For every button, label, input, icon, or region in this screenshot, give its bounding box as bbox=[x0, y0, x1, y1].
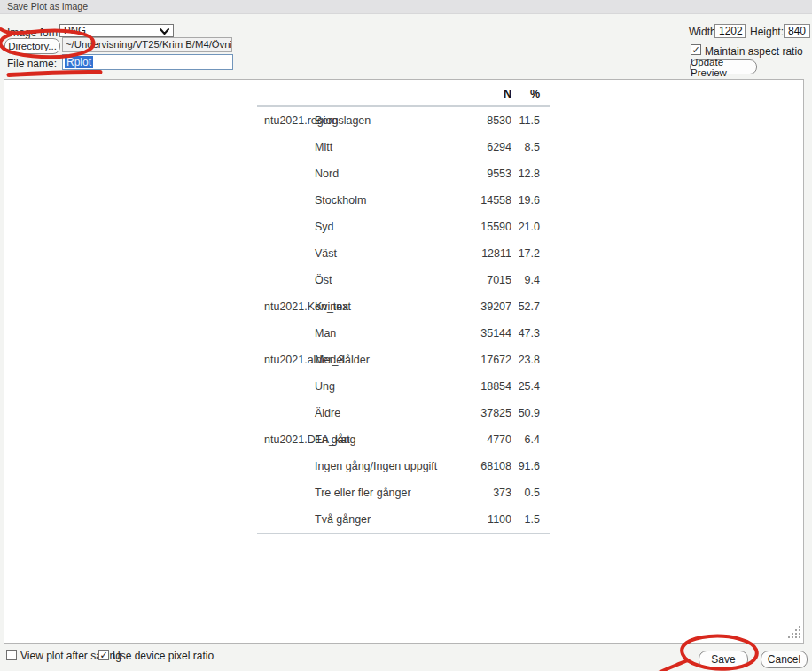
height-label: Height: bbox=[750, 26, 784, 38]
cancel-button[interactable]: Cancel bbox=[761, 651, 808, 668]
maintain-aspect-ratio-checkbox[interactable]: ✓ bbox=[691, 44, 701, 55]
cell-pct: 9.4 bbox=[511, 274, 543, 286]
table-row: Mitt 6294 8.5 bbox=[257, 134, 550, 160]
file-name-label: File name: bbox=[7, 58, 57, 70]
table-row: Väst 12811 17.2 bbox=[257, 240, 550, 267]
cell-pct: 25.4 bbox=[511, 380, 543, 393]
cell-level: Väst bbox=[315, 247, 452, 260]
directory-path-field[interactable]: ~/Undervisning/VT25/Krim B/M4/Övninga bbox=[62, 37, 232, 52]
resize-grip-icon[interactable] bbox=[788, 626, 801, 639]
cell-pct: 12.8 bbox=[511, 168, 543, 180]
cell-level: Ung bbox=[315, 380, 452, 393]
cell-n: 35144 bbox=[452, 327, 511, 339]
cell-level: Stockholm bbox=[315, 194, 452, 207]
column-header-pct: % bbox=[511, 88, 543, 100]
height-input[interactable]: 840 bbox=[784, 24, 810, 38]
use-device-pixel-ratio-label: Use device pixel ratio bbox=[113, 650, 214, 662]
cell-group: ntu2021.alder_3 bbox=[257, 354, 315, 366]
update-preview-label: Update Preview bbox=[691, 57, 756, 78]
annotation-underline-filename bbox=[9, 72, 100, 74]
image-format-value: PNG bbox=[64, 25, 86, 35]
cell-pct: 91.6 bbox=[511, 460, 543, 472]
cell-n: 18854 bbox=[452, 380, 511, 393]
cell-level: En gång bbox=[315, 433, 452, 446]
view-plot-after-saving-checkbox[interactable] bbox=[6, 650, 17, 660]
cell-n: 37825 bbox=[452, 407, 511, 419]
width-input[interactable]: 1202 bbox=[714, 24, 746, 38]
cell-n: 4770 bbox=[452, 433, 511, 446]
directory-button[interactable]: Directory... bbox=[4, 38, 60, 54]
directory-button-label: Directory... bbox=[8, 41, 57, 51]
dialog-title: Save Plot as Image bbox=[0, 0, 812, 14]
cell-level: Syd bbox=[315, 221, 452, 233]
file-name-input[interactable]: Rplot bbox=[62, 54, 233, 70]
cell-level: Kvinna bbox=[315, 300, 452, 313]
table-row: Ung 18854 25.4 bbox=[257, 373, 550, 400]
cell-n: 12811 bbox=[452, 247, 511, 260]
cell-level: Äldre bbox=[315, 407, 452, 419]
cell-level: Tre eller fler gånger bbox=[315, 487, 452, 499]
cell-n: 8530 bbox=[452, 114, 511, 127]
table-row: Nord 9553 12.8 bbox=[257, 160, 550, 187]
cell-pct: 19.6 bbox=[511, 194, 543, 207]
cell-group: ntu2021.D1A_kat bbox=[257, 433, 315, 446]
column-header-n: N bbox=[452, 88, 511, 100]
cell-pct: 8.5 bbox=[511, 141, 543, 153]
cell-pct: 52.7 bbox=[511, 300, 543, 313]
cell-level: Mitt bbox=[315, 141, 452, 153]
image-format-select[interactable]: PNG bbox=[59, 24, 174, 37]
cell-n: 17672 bbox=[452, 354, 511, 366]
cell-n: 9553 bbox=[452, 168, 511, 180]
cell-group: ntu2021.region bbox=[257, 114, 315, 127]
table-row: Två gånger 1100 1.5 bbox=[257, 506, 550, 533]
cell-pct: 11.5 bbox=[511, 114, 543, 127]
cell-pct: 23.8 bbox=[511, 354, 543, 366]
cell-n: 68108 bbox=[452, 460, 511, 472]
table-row: Man 35144 47.3 bbox=[257, 320, 550, 347]
update-preview-button[interactable]: Update Preview bbox=[690, 59, 757, 74]
save-button[interactable]: Save bbox=[699, 651, 748, 668]
cell-level: Två gånger bbox=[315, 513, 452, 526]
table-row: ntu2021.alder_3 Medelålder 17672 23.8 bbox=[257, 347, 550, 373]
summary-table-rows: ntu2021.region Bergslagen 8530 11.5 Mitt… bbox=[257, 107, 550, 534]
cell-pct: 21.0 bbox=[511, 221, 543, 233]
cell-level: Nord bbox=[315, 168, 452, 180]
cancel-button-label: Cancel bbox=[768, 653, 800, 666]
cell-pct: 6.4 bbox=[511, 433, 543, 446]
table-row: Ingen gång/Ingen uppgift 68108 91.6 bbox=[257, 453, 550, 480]
file-name-selected-text: Rplot bbox=[65, 56, 93, 68]
summary-table-header: N % bbox=[257, 82, 550, 107]
cell-group: ntu2021.Kon_text bbox=[257, 300, 315, 313]
cell-level: Man bbox=[315, 327, 452, 339]
table-row: ntu2021.D1A_kat En gång 4770 6.4 bbox=[257, 426, 550, 453]
save-plot-dialog: { "window": { "title": "Save Plot as Ima… bbox=[0, 0, 812, 671]
cell-level: Bergslagen bbox=[315, 114, 452, 127]
table-row: Syd 15590 21.0 bbox=[257, 214, 550, 240]
cell-n: 7015 bbox=[452, 274, 511, 286]
table-row: ntu2021.region Bergslagen 8530 11.5 bbox=[257, 107, 550, 134]
save-button-label: Save bbox=[711, 653, 735, 666]
cell-pct: 17.2 bbox=[511, 247, 543, 260]
table-row: Öst 7015 9.4 bbox=[257, 267, 550, 293]
cell-n: 6294 bbox=[452, 141, 511, 153]
cell-pct: 47.3 bbox=[511, 327, 543, 339]
table-row: Tre eller fler gånger 373 0.5 bbox=[257, 480, 550, 506]
cell-level: Medelålder bbox=[315, 354, 452, 366]
cell-pct: 0.5 bbox=[511, 487, 543, 499]
cell-n: 39207 bbox=[452, 300, 511, 313]
table-row: ntu2021.Kon_text Kvinna 39207 52.7 bbox=[257, 293, 550, 320]
cell-n: 373 bbox=[452, 487, 511, 499]
cell-level: Ingen gång/Ingen uppgift bbox=[315, 460, 452, 472]
cell-n: 14558 bbox=[452, 194, 511, 207]
table-row: Stockholm 14558 19.6 bbox=[257, 187, 550, 214]
cell-level: Öst bbox=[315, 274, 452, 286]
summary-table: N % ntu2021.region Bergslagen 8530 11.5 … bbox=[257, 82, 550, 534]
table-row: Äldre 37825 50.9 bbox=[257, 400, 550, 426]
use-device-pixel-ratio-checkbox[interactable]: ✓ bbox=[98, 650, 109, 660]
cell-n: 15590 bbox=[452, 221, 511, 233]
cell-n: 1100 bbox=[452, 513, 511, 526]
cell-pct: 1.5 bbox=[511, 513, 543, 526]
cell-pct: 50.9 bbox=[511, 407, 543, 419]
